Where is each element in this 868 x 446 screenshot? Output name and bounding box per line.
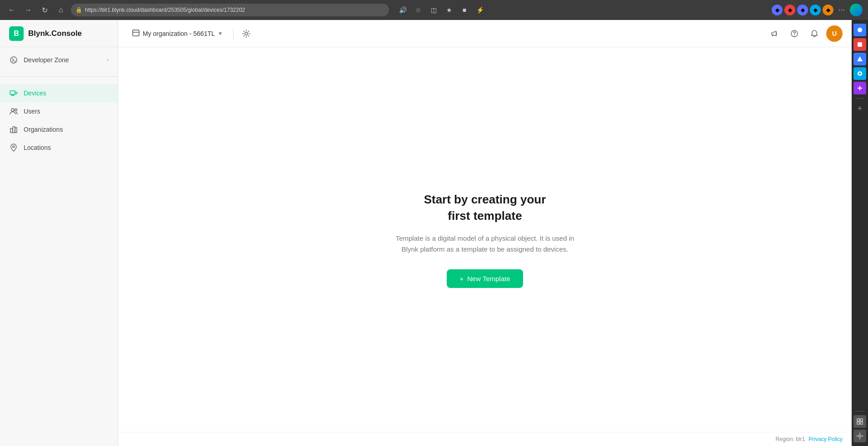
svg-point-7 [13,146,15,148]
ext-panel-icon-2[interactable] [853,38,866,51]
sidebar-nav-section: Devices Users [0,80,118,160]
home-button[interactable]: ⌂ [55,4,67,16]
forward-button[interactable]: → [22,4,35,16]
svg-marker-13 [857,56,863,61]
footer: Region: blr1 Privacy Policy [118,432,852,446]
panel-settings-icon[interactable] [853,430,866,442]
svg-rect-17 [860,419,863,421]
topbar-divider [233,28,234,39]
sidebar-item-users[interactable]: Users [0,102,118,120]
lock-icon: 🔒 [75,7,82,13]
url-text: https://blr1.blynk.cloud/dashboard/25350… [85,7,245,13]
svg-rect-6 [15,128,17,133]
devices-label: Devices [24,89,46,97]
notifications-button[interactable] [806,25,823,42]
app-container: B Blynk.Console Developer Zone › [0,20,868,446]
org-building-icon [132,29,140,39]
read-aloud-button[interactable]: 🔊 [396,4,409,16]
sidebar: B Blynk.Console Developer Zone › [0,20,118,446]
org-selector[interactable]: My organization - 5661TL ▼ [127,26,228,41]
profile-icon[interactable]: ◆ [823,5,833,15]
ext-icon-2[interactable]: ◆ [784,5,795,15]
new-template-label: New Template [467,275,510,282]
right-panel: + [852,20,868,446]
sidebar-divider [0,76,118,77]
logo-icon: B [9,26,24,41]
right-panel-separator-2 [855,411,864,411]
collections-button[interactable]: ■ [458,4,471,16]
favorites-button[interactable]: ★ [443,4,455,16]
users-icon [9,107,18,116]
sidebar-item-developer-zone[interactable]: Developer Zone › [0,51,118,69]
right-panel-separator [855,98,864,99]
user-avatar[interactable]: U [826,25,843,42]
svg-rect-19 [860,422,863,424]
main-content: My organization - 5661TL ▼ [118,20,852,446]
svg-rect-12 [858,42,862,47]
address-bar[interactable]: 🔒 https://blr1.blynk.cloud/dashboard/253… [71,4,389,16]
svg-rect-16 [857,419,859,421]
developer-zone-chevron: › [107,57,109,63]
sidebar-item-devices[interactable]: Devices [0,84,118,102]
logo-text: Blynk.Console [28,29,82,38]
new-template-button[interactable]: + New Template [447,269,523,288]
more-button[interactable]: ⋯ [835,4,848,16]
browser-chrome: ← → ↻ ⌂ 🔒 https://blr1.blynk.cloud/dashb… [0,0,868,20]
empty-state-description: Template is a digital model of a physica… [389,233,580,255]
svg-point-3 [15,109,17,111]
browser-right-icons: ◆ ◆ ◆ ◆ ◆ ⋯ [772,4,863,16]
announcements-button[interactable] [766,25,783,42]
ext-panel-icon-1[interactable] [853,24,866,36]
ext-icon-1[interactable]: ◆ [772,5,783,15]
org-chevron-icon: ▼ [218,30,223,37]
panel-grid-icon[interactable] [853,415,866,428]
organizations-label: Organizations [24,126,63,133]
topbar-right-icons: U [766,25,843,42]
organizations-icon [9,125,18,134]
empty-state-title: Start by creating your first template [424,191,546,224]
org-name-text: My organization - 5661TL [143,30,215,37]
sidebar-item-locations[interactable]: Locations [0,139,118,157]
sidebar-developer-section: Developer Zone › [0,47,118,73]
ext-panel-icon-3[interactable] [853,53,866,65]
ext-icon-3[interactable]: ◆ [797,5,808,15]
svg-rect-15 [859,73,861,74]
right-panel-bottom [853,409,866,442]
bookmark-button[interactable]: ☆ [412,4,424,16]
locations-icon [9,143,18,152]
sidebar-logo: B Blynk.Console [0,20,118,47]
svg-point-9 [245,32,248,35]
svg-point-2 [11,109,14,111]
developer-zone-icon [9,55,18,64]
privacy-policy-link[interactable]: Privacy Policy [808,436,843,442]
browser-actions: 🔊 ☆ ◫ ★ ■ ⚡ [396,4,486,16]
edge-icon[interactable] [850,4,863,16]
sidebar-item-organizations[interactable]: Organizations [0,120,118,139]
topbar: My organization - 5661TL ▼ [118,20,852,47]
add-panel-button[interactable]: + [858,104,863,114]
help-button[interactable] [786,25,803,42]
ext-icon-4[interactable]: ◆ [810,5,821,15]
svg-rect-18 [857,422,859,424]
refresh-button[interactable]: ↻ [38,4,51,16]
topbar-settings-button[interactable] [239,26,254,41]
svg-rect-8 [133,30,139,36]
devices-icon [9,89,18,98]
extensions-button[interactable]: ⚡ [474,4,486,16]
back-button[interactable]: ← [5,4,18,16]
developer-zone-label: Developer Zone [24,56,69,64]
region-text: Region: blr1 [776,436,805,442]
svg-point-11 [858,28,862,32]
users-label: Users [24,108,40,115]
ext-panel-icon-4[interactable] [853,67,866,80]
ext-panel-icon-5[interactable] [853,82,866,94]
empty-state: Start by creating your first template Te… [118,47,852,432]
split-view-button[interactable]: ◫ [427,4,440,16]
locations-label: Locations [24,144,51,151]
plus-icon: + [459,275,464,282]
svg-rect-1 [10,91,15,94]
svg-point-20 [859,435,861,437]
